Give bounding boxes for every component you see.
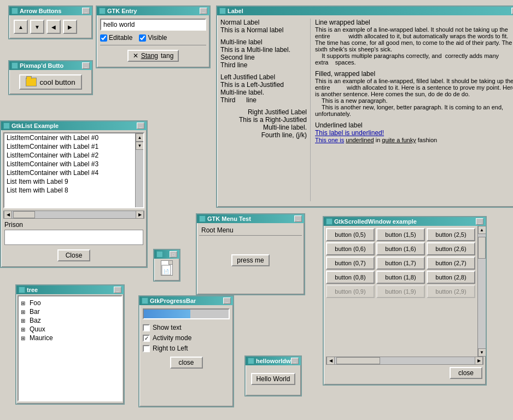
activity-mode-item[interactable]: Activity mode [143,334,230,342]
h-scroll-thumb[interactable] [336,357,380,364]
press-me-button[interactable]: press me [231,254,269,266]
stang-label: Stang [141,52,158,60]
minimize-btn[interactable]: _ [82,8,90,14]
list-item[interactable]: ListItemContainer with Label #1 [4,142,135,151]
tree-item-bar[interactable]: ⊞Bar [21,307,119,316]
arrow-up-btn[interactable]: ▲ [14,20,28,34]
cool-button[interactable]: cool button [19,74,81,90]
right-to-left-item[interactable]: Right to Left [143,345,230,352]
pixmap-title: Pixmap'd Butto [20,62,63,69]
h-scroll-left[interactable]: ◀ [327,357,335,365]
grid-btn-05[interactable]: button (0,5) [326,228,375,241]
activity-mode-checkbox[interactable] [143,335,150,342]
arrow-right-btn[interactable]: ▶ [63,20,77,34]
tree-item-maurice[interactable]: ⊞Maurice [21,334,119,342]
list-items: ListItemContainer with Label #0 ListItem… [4,133,135,195]
visible-check[interactable]: Visible [139,34,167,42]
minimize-btn[interactable]: □ [170,251,177,258]
list-item[interactable]: ListItemContainer with Label #0 [4,133,135,142]
left-just-section: Left Justified Label This is a Left-Just… [220,73,307,104]
minimize-btn[interactable]: _ [294,215,302,222]
list-hscroll[interactable]: ◀ ▶ [3,211,144,219]
h-scroll-right[interactable]: ▶ [475,357,483,365]
minimize-btn[interactable]: _ [114,287,121,293]
grid-btn-09[interactable]: button (0,9) [326,285,375,298]
gtk-entry-titlebar: GTK Entry _ [97,7,209,15]
h-scrollbar[interactable]: ◀ ▶ [326,357,483,365]
tree-item-quux[interactable]: ⊞Quux [21,325,119,334]
scrolled-title: GtkScrolledWindow example [334,218,417,225]
tree-item-foo[interactable]: ⊞Foo [21,299,119,307]
grid-btn-26[interactable]: button (2,6) [427,242,475,255]
normal-label-text: This is a Normal label [220,26,307,34]
scroll-right-btn[interactable]: ▶ [136,211,144,219]
window-icon [3,122,10,129]
v-scroll-track[interactable] [478,234,486,348]
list-scrollbar[interactable]: ▲ ▼ [135,133,143,207]
grid-btn-16[interactable]: button (1,6) [376,242,425,255]
line-wrapped-section: Line wrapped label This is an example of… [315,19,513,66]
menu-bar[interactable]: Root Menu [199,225,302,236]
list-close-button[interactable]: Close [57,249,90,261]
v-scroll-thumb[interactable] [478,237,486,259]
arrow-down-btn[interactable]: ▼ [30,20,44,34]
grid-btn-25[interactable]: button (2,5) [427,228,475,241]
grid-btn-28[interactable]: button (2,8) [427,271,475,284]
entry-input[interactable] [100,19,206,31]
grid-btn-15[interactable]: button (1,5) [376,228,425,241]
editable-checkbox[interactable] [100,34,107,42]
grid-btn-06[interactable]: button (0,6) [326,242,375,255]
left-just-text: This is a Left-JustifiedMulti-line label… [220,81,307,104]
progress-close-button[interactable]: close [170,357,203,369]
tree-item-baz[interactable]: ⊞Baz [21,316,119,325]
grid-btn-29[interactable]: button (2,9) [427,285,475,298]
v-scroll-down[interactable]: ▼ [478,348,486,357]
underlined-section: Underlined label This label is underline… [315,121,513,143]
list-item[interactable]: ListItemContainer with Label #2 [4,151,135,160]
minimize-btn[interactable]: _ [137,122,144,129]
grid-btn-17[interactable]: button (1,7) [376,256,425,270]
grid-btn-27[interactable]: button (2,7) [427,256,475,270]
tree-window: tree _ ⊞Foo ⊞Bar ⊞Baz ⊞Quux ⊞Maurice [15,284,125,405]
v-scroll-up[interactable]: ▲ [478,226,486,234]
progress-fill [144,310,190,318]
right-to-left-label: Right to Left [153,345,188,352]
right-to-left-checkbox[interactable] [143,345,150,352]
grid-btn-18[interactable]: button (1,8) [376,271,425,284]
visible-checkbox[interactable] [139,34,146,42]
window-icon [142,298,148,304]
editable-check[interactable]: Editable [100,34,132,42]
minimize-btn[interactable]: _ [223,298,231,304]
v-scrollbar[interactable]: ▲ ▼ [477,226,486,357]
stang-button[interactable]: ✕ Stangtang [127,50,179,62]
scroll-left-btn[interactable]: ◀ [4,211,12,219]
grid-btn-07[interactable]: button (0,7) [326,256,375,270]
show-text-checkbox[interactable] [143,324,150,331]
underlined-text2: This one is underlined in quite a funky … [315,137,513,143]
hello-world-button[interactable]: Hello World [251,373,296,385]
multiline-label-heading: Multi-line label [220,38,307,46]
normal-label-section: Normal Label This is a Normal label [220,19,307,34]
grid-btn-08[interactable]: button (0,8) [326,271,375,284]
show-text-item[interactable]: Show text [143,324,230,331]
list-item[interactable]: List Item with Label 9 [4,177,135,186]
minimize-btn[interactable]: _ [291,358,299,364]
arrow-left-btn[interactable]: ◀ [46,20,61,34]
line-wrapped-heading: Line wrapped label [315,19,513,26]
list-item[interactable]: ListItemContainer with Label #3 [4,160,135,168]
grid-btn-19[interactable]: button (1,9) [376,285,425,298]
progress-content: Show text Activity mode Right to Left cl… [139,305,233,372]
scroll-down-arrow[interactable]: ▼ [136,142,144,150]
h-scroll-track[interactable] [335,357,475,364]
root-menu-item[interactable]: Root Menu [201,226,234,234]
tree-expander: ⊞ [21,300,30,306]
scroll-up-arrow[interactable]: ▲ [136,133,144,142]
gtk-menu-window: GTK Menu Test _ Root Menu press me [196,213,305,295]
list-item[interactable]: ListItemContainer with Label #4 [4,168,135,177]
minimize-btn[interactable]: _ [200,8,207,14]
minimize-btn[interactable]: _ [82,62,90,69]
arrow-buttons-title: Arrow Buttons [20,8,61,14]
scrolled-close-button[interactable]: close [450,367,482,379]
list-item[interactable]: List Item with Label 8 [4,186,135,195]
minimize-btn[interactable]: _ [476,218,483,225]
